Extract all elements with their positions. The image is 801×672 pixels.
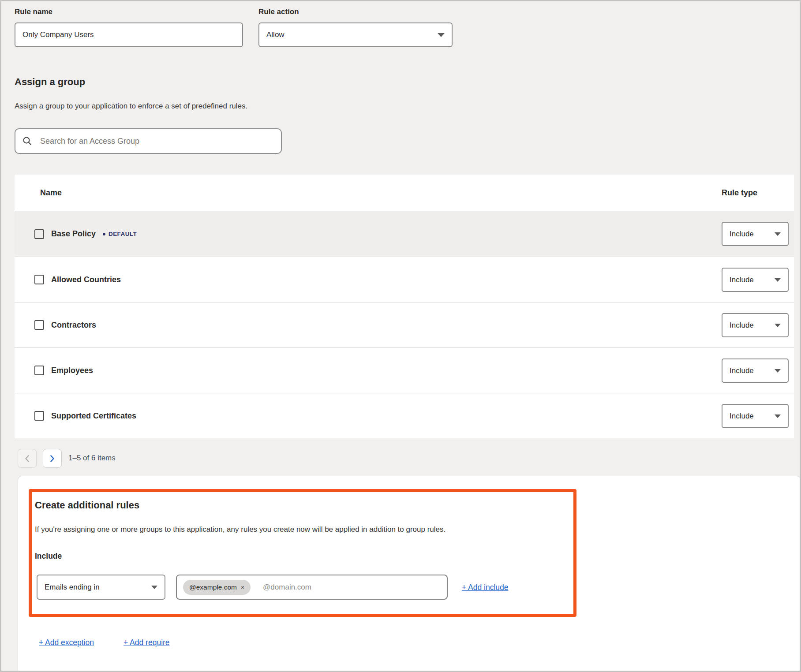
search-input[interactable]: [39, 136, 274, 146]
additional-rules-title: Create additional rules: [35, 500, 139, 511]
column-header-rule-type: Rule type: [722, 188, 757, 198]
column-header-name: Name: [40, 188, 62, 198]
add-include-link[interactable]: + Add include: [462, 583, 509, 592]
chevron-down-icon: [151, 586, 157, 589]
table-body: Base Policy DEFAULT Include Allowed Coun…: [15, 211, 794, 438]
table-header: Name Rule type: [15, 175, 794, 211]
add-require-link[interactable]: + Add require: [124, 638, 170, 647]
chevron-down-icon: [775, 278, 781, 282]
rule-name-label: Rule name: [15, 7, 52, 16]
chevron-down-icon: [775, 232, 781, 236]
access-group-search[interactable]: [15, 128, 282, 154]
row-checkbox[interactable]: [34, 275, 44, 284]
chevron-right-icon: [50, 455, 55, 463]
row-checkbox[interactable]: [34, 320, 44, 330]
rule-type-select[interactable]: Include: [722, 358, 789, 383]
chip-label: @example.com: [189, 583, 237, 591]
include-label: Include: [35, 552, 62, 561]
rule-type-value: Include: [730, 412, 754, 421]
include-criteria-value: Emails ending in: [45, 583, 100, 592]
additional-rules-description: If you're assigning one or more groups t…: [35, 525, 445, 534]
group-name: Allowed Countries: [51, 275, 121, 284]
badge-dot-icon: [103, 233, 105, 235]
group-name: Contractors: [51, 321, 96, 330]
next-page-button[interactable]: [43, 449, 62, 468]
rule-type-value: Include: [730, 276, 754, 284]
rule-type-select[interactable]: Include: [722, 222, 789, 246]
rule-action-select[interactable]: Allow: [258, 22, 453, 47]
access-rule-editor-page: Rule name Rule action Allow Assign a gro…: [0, 0, 801, 672]
table-row: Base Policy DEFAULT Include: [15, 211, 794, 257]
rule-type-select[interactable]: Include: [722, 268, 789, 292]
group-name: Employees: [51, 366, 93, 375]
rule-type-select[interactable]: Include: [722, 404, 789, 428]
chevron-down-icon: [438, 33, 445, 37]
previous-page-button[interactable]: [18, 449, 37, 468]
email-domain-tag-input[interactable]: @example.com ×: [176, 575, 448, 600]
group-name: Supported Certificates: [51, 411, 136, 421]
chevron-down-icon: [775, 369, 781, 373]
assign-group-description: Assign a group to your application to en…: [15, 102, 247, 111]
chevron-left-icon: [25, 455, 30, 463]
rule-type-value: Include: [730, 321, 754, 330]
table-row: Contractors Include: [15, 302, 794, 347]
assign-group-title: Assign a group: [15, 76, 85, 88]
default-badge: DEFAULT: [103, 231, 137, 237]
table-row: Supported Certificates Include: [15, 393, 794, 438]
group-name: Base Policy: [51, 229, 96, 239]
include-criteria-select[interactable]: Emails ending in: [37, 575, 165, 600]
rule-action-value: Allow: [266, 30, 284, 39]
table-row: Employees Include: [15, 347, 794, 393]
access-groups-table: Name Rule type Base Policy DEFAULT Inclu…: [15, 175, 794, 438]
rule-type-value: Include: [730, 230, 754, 239]
add-exception-link[interactable]: + Add exception: [39, 638, 94, 647]
rule-type-value: Include: [730, 366, 754, 375]
row-checkbox[interactable]: [34, 366, 44, 375]
badge-label: DEFAULT: [109, 231, 137, 237]
rule-type-select[interactable]: Include: [722, 313, 789, 337]
email-domain-input[interactable]: [262, 582, 441, 592]
pagination-summary: 1–5 of 6 items: [68, 454, 116, 463]
row-checkbox[interactable]: [34, 229, 44, 239]
search-icon: [22, 136, 32, 146]
chevron-down-icon: [775, 324, 781, 327]
chevron-down-icon: [775, 414, 781, 418]
rule-name-input[interactable]: [15, 22, 243, 47]
remove-chip-icon[interactable]: ×: [241, 584, 244, 590]
row-checkbox[interactable]: [34, 411, 44, 421]
table-row: Allowed Countries Include: [15, 257, 794, 302]
rule-action-label: Rule action: [258, 7, 299, 16]
email-domain-chip: @example.com ×: [183, 580, 251, 595]
